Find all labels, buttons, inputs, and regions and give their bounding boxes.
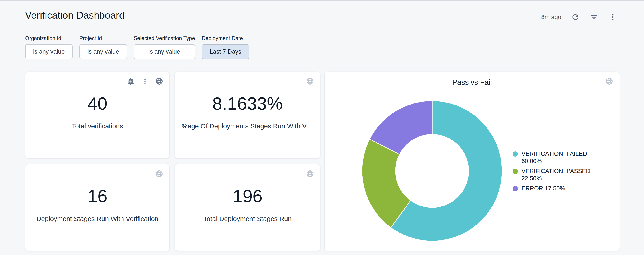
filter-deployment-date: Deployment Date Last 7 Days (202, 35, 249, 59)
tile-content: 8.1633% %age Of Deployments Stages Run W… (175, 69, 320, 156)
filter-deployment-date-button[interactable]: Last 7 Days (202, 44, 249, 59)
tile-globe-button[interactable] (605, 77, 614, 86)
tile-label: Total Deployment Stages Run (204, 215, 292, 222)
filter-project-id: Project Id is any value (80, 35, 127, 59)
filter-label: Deployment Date (202, 35, 249, 41)
legend-label: VERIFICATION_FAILED 60.00% (522, 150, 603, 165)
filter-icon (590, 13, 598, 21)
legend-dot (512, 186, 518, 191)
filter-verification-type-button[interactable]: is any value (134, 44, 195, 59)
tile-value: 40 (88, 95, 108, 113)
header-controls: 8m ago (541, 13, 617, 22)
tile-content: 40 Total verifications (25, 69, 170, 156)
top-border (0, 0, 644, 1)
legend-dot (512, 151, 518, 157)
filter-bar: Organization Id is any value Project Id … (25, 35, 249, 59)
tile-stages-run-with-verification: 16 Deployment Stages Run With Verificati… (25, 164, 170, 251)
tile-value: 8.1633% (212, 95, 283, 113)
tile-label: Total verifications (72, 122, 123, 130)
legend-label: ERROR 17.50% (522, 185, 603, 192)
globe-icon (605, 77, 613, 85)
filter-organization-id: Organization Id is any value (25, 35, 73, 59)
legend-item[interactable]: VERIFICATION_PASSED 22.50% (512, 168, 608, 182)
filter-label: Selected Verification Type (134, 35, 195, 41)
tile-label: Deployment Stages Run With Verification (36, 215, 158, 222)
refresh-icon (571, 13, 580, 21)
filter-project-id-button[interactable]: is any value (80, 44, 127, 59)
chart-legend: VERIFICATION_FAILED 60.00%VERIFICATION_P… (512, 150, 608, 195)
tile-value: 196 (232, 187, 262, 205)
filter-label: Organization Id (25, 35, 73, 41)
legend-item[interactable]: ERROR 17.50% (512, 185, 608, 192)
donut-chart (361, 100, 503, 242)
tile-percent-stages-with-verification: 8.1633% %age Of Deployments Stages Run W… (175, 72, 320, 158)
dashboard-filter-button[interactable] (589, 13, 599, 22)
legend-label: VERIFICATION_PASSED 22.50% (522, 168, 603, 182)
legend-dot (512, 169, 518, 174)
tile-value: 16 (88, 187, 108, 205)
tile-total-deployment-stages-run: 196 Total Deployment Stages Run (175, 164, 320, 251)
legend-item[interactable]: VERIFICATION_FAILED 60.00% (512, 150, 608, 165)
tile-content: 196 Total Deployment Stages Run (175, 162, 320, 248)
tile-total-verifications: 40 Total verifications (25, 72, 170, 158)
filter-organization-id-button[interactable]: is any value (25, 44, 73, 59)
chart-title: Pass vs Fail (325, 78, 620, 87)
last-refresh-timestamp: 8m ago (541, 14, 561, 21)
filter-label: Project Id (80, 35, 127, 41)
kebab-menu-icon (608, 13, 617, 21)
dashboard-menu-button[interactable] (608, 13, 617, 22)
pass-vs-fail-panel: Pass vs Fail VERIFICATION_FAILED 60.00%V… (325, 72, 620, 251)
page-title: Verification Dashboard (25, 10, 124, 21)
refresh-button[interactable] (570, 13, 580, 22)
tile-content: 16 Deployment Stages Run With Verificati… (25, 162, 170, 248)
filter-verification-type: Selected Verification Type is any value (134, 35, 195, 59)
tile-label: %age Of Deployments Stages Run With V… (182, 122, 313, 130)
